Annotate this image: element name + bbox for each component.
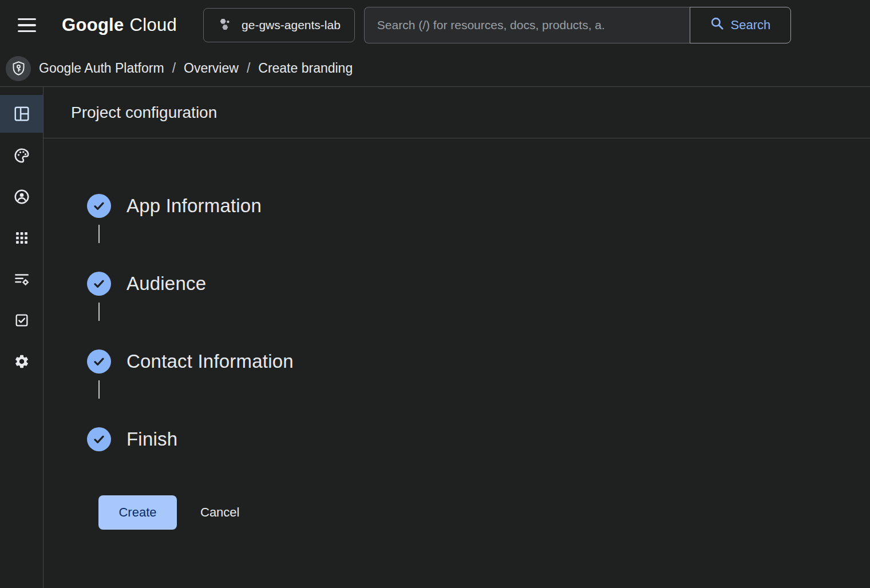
step-connector bbox=[98, 380, 100, 399]
side-navigation bbox=[0, 87, 43, 588]
breadcrumb: Google Auth Platform / Overview / Create… bbox=[39, 61, 353, 76]
cancel-button[interactable]: Cancel bbox=[200, 505, 239, 520]
step-complete-check-icon bbox=[87, 349, 111, 374]
breadcrumb-current: Create branding bbox=[258, 61, 353, 76]
step-finish[interactable]: Finish bbox=[87, 427, 870, 451]
sidebar-item-data-access[interactable] bbox=[0, 259, 43, 300]
step-connector bbox=[98, 303, 100, 321]
breadcrumb-overview[interactable]: Overview bbox=[184, 61, 239, 76]
overview-dashboard-icon bbox=[13, 105, 30, 122]
breadcrumb-separator: / bbox=[172, 61, 176, 76]
clients-grid-icon bbox=[14, 230, 30, 246]
project-icon bbox=[217, 17, 232, 34]
logo-cloud-text: Cloud bbox=[130, 15, 177, 35]
search-button-label: Search bbox=[730, 18, 770, 33]
data-access-list-icon bbox=[13, 271, 30, 288]
search-icon bbox=[710, 16, 725, 34]
breadcrumb-auth-platform[interactable]: Google Auth Platform bbox=[39, 61, 164, 76]
search-input[interactable] bbox=[364, 7, 690, 43]
step-complete-check-icon bbox=[87, 427, 111, 451]
project-selector-label: ge-gws-agents-lab bbox=[242, 18, 341, 32]
step-contact-information[interactable]: Contact Information bbox=[87, 349, 870, 374]
sidebar-item-verification[interactable] bbox=[0, 300, 43, 341]
search-bar: Search bbox=[364, 7, 791, 43]
sidebar-item-settings[interactable] bbox=[0, 341, 43, 382]
top-app-bar: Google Cloud ge-gws-agents-lab Search bbox=[0, 0, 870, 50]
menu-button[interactable] bbox=[14, 12, 40, 38]
sidebar-item-clients[interactable] bbox=[0, 217, 43, 259]
branding-palette-icon bbox=[13, 147, 30, 164]
project-selector[interactable]: ge-gws-agents-lab bbox=[203, 8, 355, 42]
create-button[interactable]: Create bbox=[98, 495, 177, 530]
logo-google-text: Google bbox=[62, 15, 124, 35]
step-complete-check-icon bbox=[87, 272, 111, 296]
sidebar-item-branding[interactable] bbox=[0, 135, 43, 176]
step-label: Finish bbox=[126, 428, 177, 450]
sidebar-item-overview[interactable] bbox=[0, 95, 43, 133]
main-content: Project configuration App Information Au… bbox=[43, 87, 870, 588]
audience-person-icon bbox=[13, 188, 30, 205]
google-cloud-logo: Google Cloud bbox=[62, 15, 177, 35]
step-label: Audience bbox=[126, 273, 206, 295]
step-label: Contact Information bbox=[126, 351, 294, 372]
breadcrumb-bar: Google Auth Platform / Overview / Create… bbox=[0, 50, 870, 87]
step-app-information[interactable]: App Information bbox=[87, 194, 870, 218]
auth-platform-shield-key-icon bbox=[6, 56, 31, 81]
search-button[interactable]: Search bbox=[690, 7, 791, 43]
step-audience[interactable]: Audience bbox=[87, 272, 870, 296]
step-connector bbox=[98, 225, 100, 243]
page-title: Project configuration bbox=[43, 87, 870, 138]
settings-gear-icon bbox=[14, 353, 30, 370]
step-label: App Information bbox=[126, 195, 262, 217]
wizard-steps: App Information Audience Contact I bbox=[43, 138, 870, 530]
breadcrumb-separator: / bbox=[247, 61, 250, 76]
step-complete-check-icon bbox=[87, 194, 111, 218]
form-actions: Create Cancel bbox=[98, 495, 870, 530]
verification-checkbox-icon bbox=[14, 312, 30, 328]
sidebar-item-audience[interactable] bbox=[0, 176, 43, 217]
